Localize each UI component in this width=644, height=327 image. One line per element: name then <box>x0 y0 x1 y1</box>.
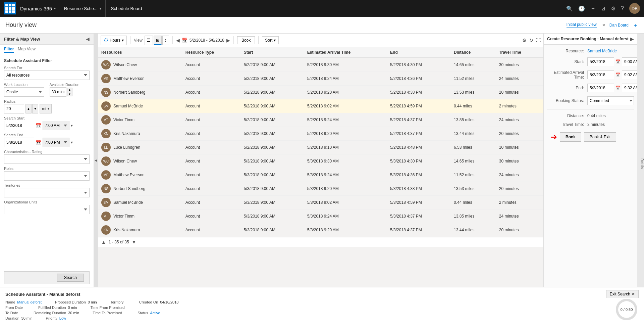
table-row[interactable]: WC Wilson Chew Account5/2/2018 9:00 AM5/… <box>98 58 543 72</box>
user-avatar[interactable]: DB <box>629 3 640 14</box>
characteristics-select[interactable] <box>4 154 90 164</box>
separator3 <box>233 36 234 44</box>
search-start-calendar-icon[interactable]: 📅 <box>36 123 41 128</box>
rp-resource-value[interactable]: Samuel McBride <box>587 49 617 53</box>
page-down-icon[interactable]: ▼ <box>132 239 137 245</box>
initial-public-view-tab[interactable]: Initial public view <box>567 22 597 28</box>
table-row[interactable]: NS Norbert Sandberg Account5/3/2018 9:00… <box>98 182 543 196</box>
prev-date-button[interactable]: ◀ <box>176 38 180 43</box>
rp-book-button[interactable]: Book <box>560 132 581 142</box>
resource-name: Luke Lundgren <box>113 145 140 150</box>
calendar-icon[interactable]: 📅 <box>182 38 187 43</box>
table-row[interactable]: ME Matthew Everson Account5/3/2018 9:00 … <box>98 168 543 182</box>
rp-booking-status-select[interactable]: Committed <box>587 96 634 105</box>
search-for-select[interactable]: All resources <box>4 71 90 80</box>
search-end-time-select[interactable]: 7:00 PM <box>43 138 69 147</box>
filter-icon[interactable]: ⊿ <box>601 5 605 12</box>
rp-start-date-input[interactable] <box>587 57 614 66</box>
avail-spin-up[interactable]: ▲ <box>67 88 72 92</box>
refresh-icon[interactable]: ↻ <box>529 38 533 43</box>
table-row[interactable]: SM Samuel McBride Account5/3/2018 9:00 A… <box>98 196 543 209</box>
right-panel-expand-icon[interactable]: ▶ <box>630 36 634 42</box>
search-start-date-input[interactable] <box>4 121 34 130</box>
resource-name-cell: KN Kris Nakamura <box>98 223 182 237</box>
sort-button[interactable]: Sort ▾ <box>262 36 279 44</box>
rp-start-calendar-icon[interactable]: 📅 <box>615 59 621 64</box>
end-cell: 5/3/2018 4:36 PM <box>387 168 450 182</box>
resource-type-cell: Account <box>182 86 240 99</box>
table-row[interactable]: KN Kris Nakamura Account5/2/2018 9:00 AM… <box>98 127 543 141</box>
view-close-icon[interactable]: ✕ <box>602 23 605 28</box>
search-end-date-input[interactable] <box>4 138 34 147</box>
rp-distance-value: 0.44 miles <box>587 113 634 118</box>
travel-time-cell: 20 minutes <box>496 127 543 141</box>
avatar: NS <box>101 184 111 193</box>
hours-button[interactable]: ⏱ Hours ▾ <box>101 36 127 45</box>
table-row[interactable]: WC Wilson Chew Account5/3/2018 9:00 AM5/… <box>98 154 543 168</box>
history-icon[interactable]: 🕐 <box>578 5 585 12</box>
table-row[interactable]: NS Norbert Sandberg Account5/2/2018 9:00… <box>98 86 543 99</box>
bottom-created-on-value: 04/16/2018 <box>160 300 178 304</box>
dan-board-tab[interactable]: Dan Board <box>609 23 629 28</box>
radius-spin-up[interactable]: ▲ <box>25 104 32 113</box>
org-units-select[interactable] <box>4 205 90 214</box>
add-view-button[interactable]: ＋ <box>633 21 639 29</box>
table-row[interactable]: VT Victor Timm Account5/2/2018 9:00 AM5/… <box>98 113 543 127</box>
search-start-time-select[interactable]: 7:00 AM <box>43 121 69 130</box>
rp-arrival-date-input[interactable] <box>587 71 614 79</box>
book-button[interactable]: Book <box>237 36 255 44</box>
settings-toolbar-icon[interactable]: ⚙ <box>522 38 527 43</box>
search-icon[interactable]: 🔍 <box>566 5 573 12</box>
table-row[interactable]: LL Luke Lundgren Account5/2/2018 9:00 AM… <box>98 141 543 154</box>
waffle-menu[interactable] <box>4 2 16 14</box>
resource-name: Victor Timm <box>113 118 135 122</box>
search-button[interactable]: Search <box>57 274 84 282</box>
sidebar-expand-collapse[interactable]: ◀ <box>94 34 98 287</box>
bottom-priority-value[interactable]: Low <box>59 316 66 320</box>
bottom-to-date-label: To Date <box>5 311 18 315</box>
page-up-icon[interactable]: ▲ <box>101 239 106 245</box>
tab-filter[interactable]: Filter <box>4 47 14 53</box>
table-row[interactable]: VT Victor Timm Account5/3/2018 9:00 AM5/… <box>98 209 543 223</box>
avail-duration-input[interactable] <box>50 87 66 97</box>
exit-search-button[interactable]: Exit Search ✕ <box>606 290 639 298</box>
resources-table: Resources Resource Type Start Estimated … <box>98 47 543 237</box>
bottom-priority-field: Priority Low <box>46 316 66 320</box>
work-location-select[interactable]: Onsite <box>4 87 44 97</box>
territories-select[interactable] <box>4 188 90 197</box>
rp-end-label: End: <box>547 86 587 90</box>
radius-input[interactable] <box>4 104 24 113</box>
gantt-view-button[interactable]: ⫾ <box>162 36 169 45</box>
distance-cell: 13.53 miles <box>450 182 496 196</box>
details-tab[interactable]: Details <box>637 34 644 287</box>
tab-map-view[interactable]: Map View <box>18 47 35 53</box>
arrival-cell: 5/3/2018 9:24 AM <box>304 168 387 182</box>
radius-unit-select[interactable]: mi ▾ <box>40 104 52 113</box>
search-end-calendar-icon[interactable]: 📅 <box>36 140 41 145</box>
table-row[interactable]: KN Kris Nakamura Account5/3/2018 9:00 AM… <box>98 223 543 237</box>
resource-nav[interactable]: Resource Sche... ▾ <box>60 0 106 17</box>
arrival-cell: 5/2/2018 9:20 AM <box>304 127 387 141</box>
rp-end-calendar-icon[interactable]: 📅 <box>615 86 621 90</box>
table-row[interactable]: ME Matthew Everson Account5/2/2018 9:00 … <box>98 72 543 86</box>
avatar: WC <box>101 60 111 69</box>
radius-spin-down[interactable]: ▼ <box>32 104 38 113</box>
sidebar-collapse-icon[interactable]: ◀ <box>86 36 90 42</box>
resource-type-cell: Account <box>182 141 240 154</box>
grid-view-button[interactable]: ⊞ <box>154 36 162 45</box>
rp-book-exit-button[interactable]: Book & Exit <box>584 132 616 142</box>
bottom-name-value[interactable]: Manual deforst <box>17 300 42 304</box>
avail-spin-down[interactable]: ▼ <box>67 92 72 96</box>
brand-link[interactable]: Dynamics 365 ▾ <box>16 0 60 17</box>
expand-icon[interactable]: ⛶ <box>536 38 541 43</box>
roles-select[interactable] <box>4 171 90 181</box>
rp-end-date-input[interactable] <box>587 84 614 92</box>
settings-icon[interactable]: ⚙ <box>611 5 615 12</box>
next-date-button[interactable]: ▶ <box>226 38 230 43</box>
add-icon[interactable]: ＋ <box>590 5 596 12</box>
help-icon[interactable]: ? <box>621 5 624 11</box>
bottom-status-value[interactable]: Active <box>150 311 160 315</box>
list-view-button[interactable]: ☰ <box>145 36 153 45</box>
rp-arrival-calendar-icon[interactable]: 📅 <box>615 73 621 77</box>
table-row[interactable]: SM Samuel McBride Account5/2/2018 9:00 A… <box>98 99 543 113</box>
